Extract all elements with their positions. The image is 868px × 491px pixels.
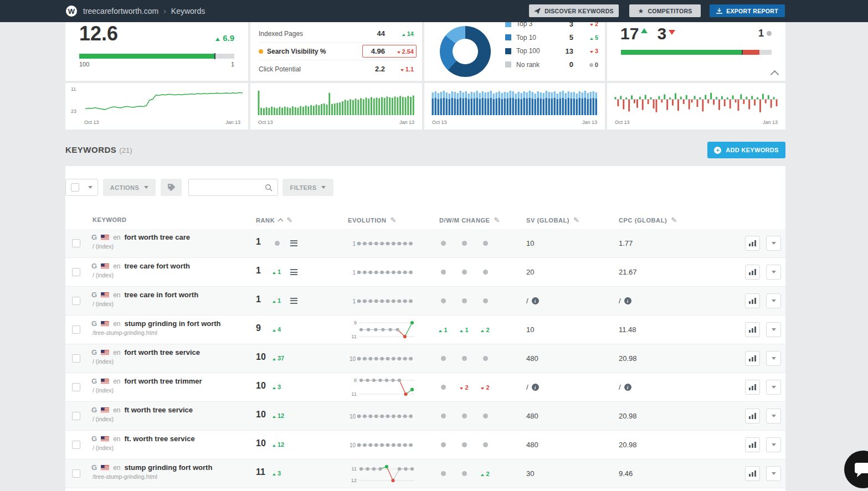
keyword-text[interactable]: fort worth tree service — [124, 348, 200, 356]
sort-ascending-icon[interactable] — [278, 218, 284, 224]
dwm-change-cell — [477, 488, 493, 491]
row-chart-button[interactable] — [745, 437, 760, 452]
keyword-path: / (index) — [91, 243, 190, 250]
metric-label: Indexed Pages — [259, 30, 303, 38]
info-icon[interactable]: i — [532, 297, 539, 304]
sv-global-value: 480 — [526, 412, 538, 420]
x-axis-end-label: Jan 13 — [763, 120, 778, 125]
keyword-text[interactable]: ft worth tree service — [124, 406, 193, 414]
info-icon[interactable]: i — [624, 384, 631, 391]
app-logo[interactable]: W — [66, 6, 77, 17]
keyword-search-box — [188, 179, 278, 196]
language-label: en — [113, 349, 120, 356]
no-change-dot — [462, 414, 467, 418]
row-chart-button[interactable] — [745, 293, 760, 308]
legend-change: 0 — [578, 61, 598, 68]
serp-features-list-icon[interactable] — [290, 269, 297, 275]
rank-change: 12 — [273, 441, 284, 448]
no-change-dot — [483, 298, 488, 303]
info-icon[interactable]: i — [624, 297, 631, 304]
row-checkbox[interactable] — [72, 441, 80, 449]
keyword-text[interactable]: stump grinding fort worth — [124, 463, 212, 472]
keyword-text[interactable]: stump grinding in fort worth — [124, 319, 220, 328]
svg-text:10: 10 — [350, 414, 356, 420]
row-chart-button[interactable] — [745, 380, 760, 395]
select-all-checkbox[interactable] — [71, 183, 79, 192]
row-checkbox[interactable] — [72, 297, 80, 305]
keyword-text[interactable]: ft. worth tree service — [124, 435, 194, 443]
serp-features-list-icon[interactable] — [290, 240, 297, 246]
no-change-dot — [483, 270, 488, 275]
competitors-button[interactable]: ★ COMPETITORS — [629, 4, 701, 17]
info-icon[interactable]: i — [532, 384, 539, 391]
legend-value: 5 — [561, 33, 573, 42]
edit-column-icon[interactable]: ✎ — [671, 216, 677, 224]
row-dropdown-button[interactable] — [766, 293, 781, 308]
edit-column-icon[interactable]: ✎ — [494, 216, 501, 224]
keyword-cell: Gentree care in fort worth/ (index) — [91, 291, 198, 307]
edit-column-icon[interactable]: ✎ — [286, 216, 293, 224]
row-dropdown-button[interactable] — [766, 236, 781, 251]
column-header-sv-global: SV (GLOBAL)✎ — [526, 216, 580, 224]
row-chart-button[interactable] — [745, 322, 760, 337]
row-chart-button[interactable] — [745, 265, 760, 280]
breadcrumb-site[interactable]: treecarefortworth.com — [83, 7, 158, 15]
row-checkbox[interactable] — [72, 354, 80, 363]
edit-column-icon[interactable]: ✎ — [391, 216, 397, 224]
paper-plane-icon — [534, 8, 541, 14]
row-dropdown-button[interactable] — [766, 322, 781, 337]
table-row: Genstump grinding in fort worth/tree-stu… — [65, 316, 785, 344]
bar-chart-icon — [749, 240, 756, 246]
table-row: Genfort worth tree care/ (index)1101.771 — [65, 229, 785, 258]
edit-column-icon[interactable]: ✎ — [573, 216, 580, 224]
sv-global-value: 10 — [526, 325, 534, 334]
column-header-rank[interactable]: RANK✎ — [256, 216, 293, 224]
rank-change: 4 — [273, 326, 281, 333]
search-icon[interactable] — [265, 184, 273, 192]
keyword-cell: Genft worth tree service/ (index) — [91, 406, 193, 422]
select-all-dropdown[interactable] — [65, 179, 98, 196]
change-value: 1 — [439, 327, 447, 333]
rank-change: 1 — [273, 268, 281, 275]
keyword-text[interactable]: fort worth tree trimmer — [124, 377, 202, 385]
serp-features-list-icon[interactable] — [290, 298, 297, 304]
row-chart-button[interactable] — [745, 236, 760, 251]
chat-widget-button[interactable] — [844, 451, 868, 488]
no-change-dot — [441, 298, 446, 303]
row-dropdown-button[interactable] — [766, 351, 781, 366]
row-dropdown-button[interactable] — [766, 466, 781, 481]
row-chart-button[interactable] — [745, 409, 760, 423]
row-checkbox[interactable] — [72, 268, 80, 276]
row-dropdown-button[interactable] — [766, 380, 781, 395]
keyword-text[interactable]: tree care fort worth — [124, 262, 189, 270]
collapse-chevron-icon[interactable] — [771, 70, 779, 79]
dwm-change-cell — [456, 344, 472, 373]
discover-keywords-button[interactable]: DISCOVER KEYWORDS — [529, 4, 619, 17]
tag-button[interactable] — [161, 179, 182, 196]
export-report-button[interactable]: EXPORT REPORT — [710, 4, 785, 17]
row-dropdown-button[interactable] — [766, 409, 781, 423]
row-checkbox[interactable] — [72, 239, 80, 247]
filters-label: FILTERS — [290, 184, 317, 191]
row-dropdown-button[interactable] — [766, 265, 781, 280]
keyword-search-input[interactable] — [194, 183, 265, 192]
actions-dropdown[interactable]: ACTIONS — [103, 179, 156, 196]
bar-chart-icon — [749, 269, 756, 275]
filters-dropdown[interactable]: FILTERS — [283, 179, 333, 196]
row-checkbox[interactable] — [72, 469, 80, 478]
keyword-text[interactable]: fort worth tree care — [124, 233, 189, 241]
add-keywords-button[interactable]: + ADD KEYWORDS — [707, 142, 785, 158]
dwm-change-cell — [456, 258, 472, 286]
row-chart-button[interactable] — [745, 351, 760, 366]
row-dropdown-button[interactable] — [766, 437, 781, 452]
movement-numbers: 17 3 — [620, 24, 675, 43]
row-chart-button[interactable] — [745, 466, 760, 481]
row-checkbox[interactable] — [72, 412, 80, 420]
row-checkbox[interactable] — [72, 383, 80, 391]
dwm-change-cell — [456, 488, 472, 491]
row-checkbox[interactable] — [72, 325, 80, 334]
metric-value: 4.96 — [366, 47, 385, 55]
column-header-keyword: KEYWORD — [93, 216, 127, 223]
keyword-text[interactable]: tree care in fort worth — [124, 291, 198, 299]
rank-value: 10 — [256, 410, 266, 420]
